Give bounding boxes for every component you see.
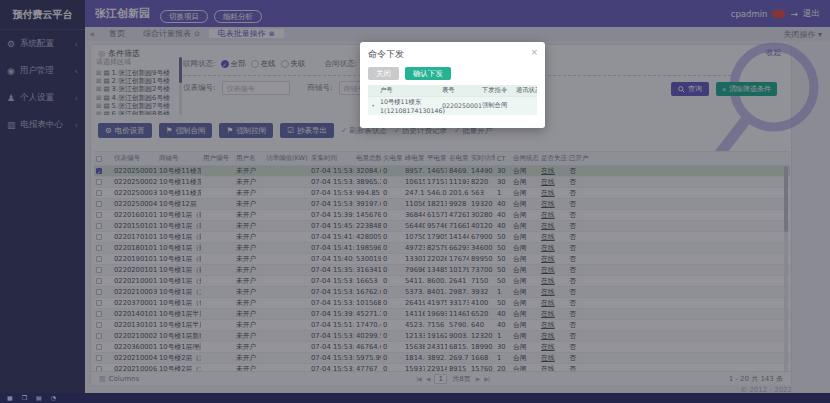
modal-col-header: 表号 <box>440 85 480 96</box>
modal-row[interactable]: •10号楼11楼东1(12108174130146)0220250001强制合闸 <box>368 96 537 115</box>
modal-cell-account: 10号楼11楼东1(12108174130146) <box>378 96 440 115</box>
os-taskbar: ▦ ❐ ▤ ◔ <box>0 393 830 403</box>
row-bullet-icon: • <box>368 96 378 115</box>
modal-cell-comm-status <box>514 96 537 115</box>
modal-col-header: 户号 <box>378 85 440 96</box>
close-icon[interactable]: × <box>530 47 538 57</box>
modal-cell-command: 强制合闸 <box>480 96 514 115</box>
modal-col-header: 通讯状态 <box>514 85 537 96</box>
dialog-title: 命令下发 <box>360 42 545 64</box>
modal-cell-meter: 0220250001 <box>440 96 480 115</box>
files-icon[interactable]: ▤ <box>36 393 42 403</box>
modal-col-header: 下发指令 <box>480 85 514 96</box>
command-table: 户号表号下发指令通讯状态 •10号楼11楼东1(12108174130146)0… <box>368 85 537 115</box>
start-menu-icon[interactable]: ▦ <box>7 393 13 403</box>
modal-col-bullet <box>368 85 378 96</box>
dialog-confirm-button[interactable]: 确认下发 <box>405 67 451 80</box>
dialog-close-button[interactable]: 关闭 <box>368 67 399 80</box>
settings-icon[interactable]: ◔ <box>51 393 56 403</box>
command-dialog: 命令下发 × 关闭 确认下发 户号表号下发指令通讯状态 •10号楼11楼东1(1… <box>360 42 545 128</box>
window-icon[interactable]: ❐ <box>22 393 27 403</box>
